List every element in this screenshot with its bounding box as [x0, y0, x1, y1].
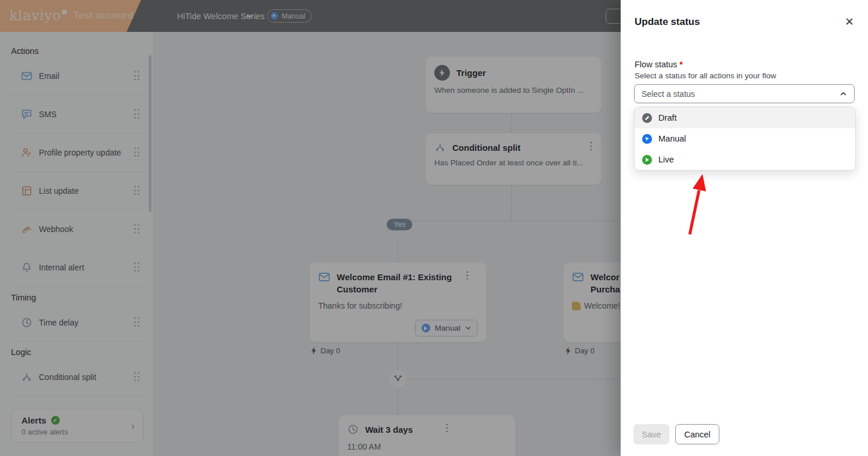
alerts-card[interactable]: Alerts✓ 0 active alerts ›: [11, 409, 143, 443]
email-icon: [21, 70, 33, 82]
drag-handle-icon[interactable]: [134, 71, 141, 81]
update-status-panel: Update status ✕ Flow status* Select a st…: [621, 0, 868, 456]
connector-line: [398, 342, 398, 370]
panel-title: Update status: [635, 16, 700, 28]
alerts-check-icon: ✓: [51, 416, 60, 425]
conditional-split-card[interactable]: Conditional split ⋮ Has Placed Order at …: [426, 133, 602, 185]
chevron-down-icon: [465, 325, 471, 331]
card-status-label: Manual: [435, 324, 460, 332]
day-label: Day 0: [565, 346, 595, 355]
flow-status-badge-label: Manual: [282, 12, 305, 20]
drag-handle-icon[interactable]: [134, 317, 141, 327]
sidebar-item-webhook[interactable]: Webhook: [11, 210, 143, 248]
option-label: Live: [658, 155, 674, 164]
card-status-dropdown[interactable]: Manual: [415, 320, 478, 336]
merge-line: [406, 379, 621, 379]
wave-emoji-icon: [572, 302, 581, 310]
manual-status-icon: [422, 324, 430, 332]
drag-handle-icon[interactable]: [134, 262, 141, 272]
flow-status-label: Flow status*: [635, 60, 683, 69]
email-card-existing-customer[interactable]: Welcome Email #1: Existing Customer ⋮ Th…: [309, 262, 487, 342]
trigger-card[interactable]: Trigger When someone is added to Single …: [426, 56, 602, 113]
logo-wordmark: klaviyo: [9, 8, 61, 24]
chevron-down-icon[interactable]: [246, 12, 254, 20]
account-name: Test account: [73, 10, 134, 21]
alerts-subtitle: 0 active alerts: [21, 428, 136, 436]
lightning-icon: [565, 347, 571, 354]
wait-title: Wait 3 days: [365, 424, 435, 436]
merge-icon: [389, 370, 406, 388]
kebab-menu-icon[interactable]: ⋮: [442, 424, 450, 433]
kebab-menu-icon[interactable]: ⋮: [462, 271, 470, 280]
option-label: Manual: [658, 134, 686, 143]
sidebar-item-profile-property-update[interactable]: Profile property update: [11, 133, 143, 172]
sidebar-item-email[interactable]: Email: [11, 57, 143, 95]
email-card-title: Welcome Email #1: Existing Customer: [337, 271, 456, 295]
option-draft[interactable]: Draft: [635, 107, 855, 128]
flow-editor-app: klaviyo Test account HiTide Welcome Seri…: [0, 0, 868, 456]
logo-flag-icon: [62, 10, 67, 15]
trigger-lightning-icon: [434, 65, 450, 81]
sidebar-item-label: Time delay: [39, 318, 134, 327]
yes-branch-badge: Yes: [387, 219, 412, 230]
day-label: Day 0: [311, 346, 340, 355]
split-title: Conditional split: [452, 142, 579, 154]
alerts-title: Alerts: [21, 415, 46, 425]
top-bar: klaviyo Test account HiTide Welcome Seri…: [0, 0, 621, 32]
sidebar-item-list-update[interactable]: List update: [11, 172, 143, 210]
live-icon: [642, 155, 652, 165]
lightning-icon: [311, 347, 317, 354]
sidebar-item-sms[interactable]: SMS: [11, 95, 143, 133]
select-placeholder: Select a status: [642, 89, 840, 99]
email-card-title-line2: Purcha: [590, 284, 620, 294]
option-manual[interactable]: Manual: [635, 128, 855, 149]
wait-card[interactable]: Wait 3 days ⋮ 11:00 AM: [338, 415, 516, 456]
drag-handle-icon[interactable]: [134, 109, 141, 119]
drag-handle-icon[interactable]: [134, 224, 141, 234]
connector-line: [398, 237, 398, 262]
connector-line: [398, 387, 398, 415]
option-live[interactable]: Live: [635, 149, 855, 170]
kebab-menu-icon[interactable]: ⋮: [586, 142, 594, 151]
cancel-button[interactable]: Cancel: [675, 424, 719, 444]
sidebar: Actions Email SMS Profile property updat…: [0, 32, 154, 456]
email-subject: Thanks for subscribing!: [310, 301, 486, 310]
close-icon[interactable]: ✕: [841, 14, 858, 30]
flow-status-badge: Manual: [267, 9, 312, 23]
connector-line: [511, 185, 512, 220]
red-arrow: [672, 169, 719, 238]
day-label-text: Day 0: [320, 346, 340, 355]
bell-icon: [21, 262, 33, 273]
manual-status-icon: [271, 12, 278, 20]
split-description: Has Placed Order at least once over all …: [426, 158, 601, 167]
sms-icon: [21, 108, 33, 120]
save-button[interactable]: Save: [633, 424, 669, 444]
list-icon: [21, 185, 33, 197]
section-timing-header: Timing: [11, 293, 36, 302]
webhook-icon: [21, 223, 33, 235]
flow-canvas: Trigger When someone is added to Single …: [154, 32, 621, 456]
sidebar-item-label: Conditional split: [39, 372, 134, 382]
chevron-up-icon: [840, 90, 847, 97]
manual-icon: [642, 134, 652, 144]
drag-handle-icon[interactable]: [134, 372, 141, 382]
trigger-description: When someone is added to Single OptIn ..…: [426, 86, 601, 95]
sidebar-item-internal-alert[interactable]: Internal alert: [11, 248, 143, 287]
drag-handle-icon[interactable]: [134, 147, 141, 157]
branch-line: [398, 220, 621, 221]
split-icon: [434, 142, 446, 153]
sidebar-item-time-delay[interactable]: Time delay: [11, 303, 143, 342]
envelope-icon: [572, 271, 584, 283]
sidebar-item-label: SMS: [39, 110, 134, 119]
status-select[interactable]: Select a status: [634, 84, 855, 103]
sidebar-scrollbar[interactable]: [149, 55, 152, 212]
sidebar-item-conditional-split[interactable]: Conditional split: [11, 358, 143, 396]
klaviyo-logo: klaviyo: [9, 8, 67, 24]
split-icon: [21, 371, 33, 383]
status-options-listbox: Draft Manual Live: [634, 107, 856, 171]
drag-handle-icon[interactable]: [134, 186, 141, 196]
sidebar-item-label: List update: [39, 186, 134, 196]
trigger-title: Trigger: [456, 65, 594, 79]
connector-line: [511, 113, 512, 133]
profile-icon: [21, 147, 33, 158]
